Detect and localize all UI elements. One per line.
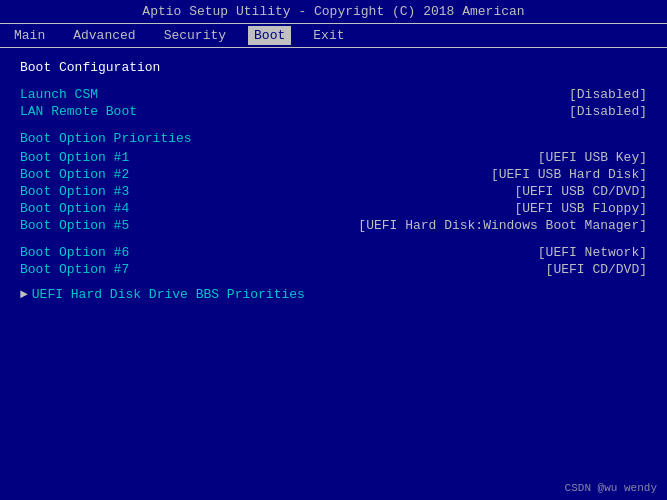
priority-label-6: Boot Option #7 (20, 262, 129, 277)
priority-label-0: Boot Option #1 (20, 150, 129, 165)
priority-value-2: [UEFI USB CD/DVD] (514, 184, 647, 199)
config-value-1: [Disabled] (569, 104, 647, 119)
menu-item-main[interactable]: Main (8, 26, 51, 45)
config-row-1[interactable]: LAN Remote Boot[Disabled] (20, 104, 647, 119)
priority-value-1: [UEFI USB Hard Disk] (491, 167, 647, 182)
priority-separator (20, 235, 647, 245)
bbs-row[interactable]: ► UEFI Hard Disk Drive BBS Priorities (20, 287, 647, 302)
priority-row-4[interactable]: Boot Option #5[UEFI Hard Disk:Windows Bo… (20, 218, 647, 233)
title-text: Aptio Setup Utility - Copyright (C) 2018… (142, 4, 524, 19)
priority-row-6[interactable]: Boot Option #7[UEFI CD/DVD] (20, 262, 647, 277)
menu-bar: MainAdvancedSecurityBootExit (0, 24, 667, 48)
menu-item-advanced[interactable]: Advanced (67, 26, 141, 45)
priority-value-4: [UEFI Hard Disk:Windows Boot Manager] (358, 218, 647, 233)
config-value-0: [Disabled] (569, 87, 647, 102)
menu-item-security[interactable]: Security (158, 26, 232, 45)
config-rows: Launch CSM[Disabled]LAN Remote Boot[Disa… (20, 87, 647, 119)
menu-item-boot[interactable]: Boot (248, 26, 291, 45)
config-row-0[interactable]: Launch CSM[Disabled] (20, 87, 647, 102)
title-bar: Aptio Setup Utility - Copyright (C) 2018… (0, 0, 667, 24)
priority-rows: Boot Option #1[UEFI USB Key]Boot Option … (20, 150, 647, 277)
priority-label-5: Boot Option #6 (20, 245, 129, 260)
watermark: CSDN @wu wendy (565, 482, 657, 494)
priority-label-1: Boot Option #2 (20, 167, 129, 182)
priorities-title: Boot Option Priorities (20, 131, 647, 146)
bbs-arrow: ► (20, 287, 28, 302)
priority-row-5[interactable]: Boot Option #6[UEFI Network] (20, 245, 647, 260)
priority-row-0[interactable]: Boot Option #1[UEFI USB Key] (20, 150, 647, 165)
priority-row-3[interactable]: Boot Option #4[UEFI USB Floppy] (20, 201, 647, 216)
priority-label-4: Boot Option #5 (20, 218, 129, 233)
config-label-0: Launch CSM (20, 87, 98, 102)
priority-value-5: [UEFI Network] (538, 245, 647, 260)
priority-label-2: Boot Option #3 (20, 184, 129, 199)
bbs-label: UEFI Hard Disk Drive BBS Priorities (32, 287, 305, 302)
priority-value-6: [UEFI CD/DVD] (546, 262, 647, 277)
menu-item-exit[interactable]: Exit (307, 26, 350, 45)
priority-row-2[interactable]: Boot Option #3[UEFI USB CD/DVD] (20, 184, 647, 199)
section-title: Boot Configuration (20, 60, 647, 75)
priority-value-3: [UEFI USB Floppy] (514, 201, 647, 216)
priority-label-3: Boot Option #4 (20, 201, 129, 216)
content-area: Boot Configuration Launch CSM[Disabled]L… (0, 48, 667, 314)
priority-row-1[interactable]: Boot Option #2[UEFI USB Hard Disk] (20, 167, 647, 182)
priority-value-0: [UEFI USB Key] (538, 150, 647, 165)
config-label-1: LAN Remote Boot (20, 104, 137, 119)
priorities-section: Boot Option Priorities Boot Option #1[UE… (20, 131, 647, 277)
